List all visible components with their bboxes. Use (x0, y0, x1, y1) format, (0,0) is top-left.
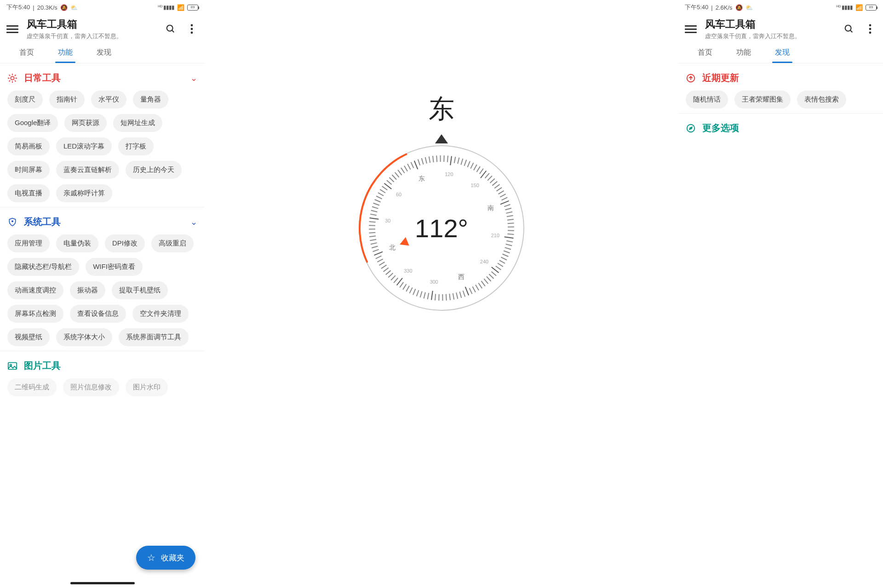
tool-chip[interactable]: 表情包搜索 (797, 91, 846, 108)
chevron-down-icon[interactable]: ⌄ (190, 217, 197, 227)
fab-label: 收藏夹 (161, 553, 184, 563)
tool-chip[interactable]: 屏幕坏点检测 (7, 305, 63, 323)
section-daily: 日常工具 ⌄ 刻度尺指南针水平仪量角器Google翻译网页获源短网址生成简易画板… (0, 63, 205, 207)
tool-chip[interactable]: 动画速度调控 (7, 281, 63, 299)
tool-chip[interactable]: 视频壁纸 (7, 328, 50, 346)
tool-chip[interactable]: 量角器 (133, 91, 168, 108)
phone-right: 下午5:40 | 2.6K/s 🔕 ⛅ ᴴᴰ ▮▮▮▮ 📶 89 风车工具箱 虚… (678, 0, 883, 588)
svg-point-4 (191, 32, 193, 34)
svg-line-13 (15, 75, 16, 75)
menu-icon[interactable] (685, 23, 697, 35)
tool-chip[interactable]: 打字板 (118, 137, 154, 155)
app-title: 风车工具箱 (705, 17, 834, 31)
tabs: 首页 功能 发现 (678, 43, 883, 63)
status-bar: 下午5:40 | 20.3K/s 🔕 ⛅ ᴴᴰ ▮▮▮▮ 📶 89 (0, 0, 205, 14)
svg-point-20 (869, 28, 872, 30)
sun-icon (7, 73, 17, 83)
tool-chip[interactable]: 时间屏幕 (7, 161, 50, 179)
wifi-icon: 📶 (855, 4, 863, 11)
tool-chip[interactable]: 照片信息修改 (63, 378, 119, 396)
svg-point-2 (191, 24, 193, 27)
tool-chip[interactable]: 水平仪 (91, 91, 126, 108)
svg-rect-15 (8, 362, 17, 369)
section-updates: 近期更新 随机情话王者荣耀图集表情包搜索 (678, 63, 883, 114)
tool-chip[interactable]: 王者荣耀图集 (734, 91, 791, 108)
svg-point-5 (11, 76, 14, 80)
tab-home[interactable]: 首页 (14, 43, 40, 63)
more-icon[interactable] (185, 23, 198, 35)
battery-icon: 89 (187, 5, 198, 11)
tab-discover[interactable]: 发现 (91, 43, 117, 63)
tool-chip[interactable]: DPI修改 (105, 234, 145, 252)
weather-icon: ⛅ (70, 4, 78, 11)
section-system-title: 系统工具 (24, 216, 61, 228)
section-image: 图片工具 二维码生成照片信息修改图片水印 (0, 351, 205, 401)
status-netspeed: 20.3K/s (37, 4, 57, 11)
chevron-down-icon[interactable]: ⌄ (190, 73, 197, 83)
weather-icon: ⛅ (745, 4, 753, 11)
more-icon[interactable] (864, 23, 877, 35)
cardinal-e: 东 (419, 175, 425, 183)
menu-icon[interactable] (6, 23, 18, 35)
tool-chip[interactable]: 短网址生成 (113, 114, 162, 132)
arrow-up-circle-icon (686, 73, 696, 83)
app-subtitle: 虚空落泉千仞直，雷奔入江不暂息。 (705, 32, 834, 40)
tool-chip[interactable]: 高级重启 (151, 234, 194, 252)
search-icon[interactable] (164, 23, 177, 35)
tool-chip[interactable]: 刻度尺 (7, 91, 43, 108)
home-indicator[interactable] (70, 582, 135, 584)
tool-chip[interactable]: 系统界面调节工具 (119, 328, 189, 346)
tool-chip[interactable]: Google翻译 (7, 114, 58, 132)
cardinal-n: 北 (389, 244, 396, 252)
tool-chip[interactable]: WIFI密码查看 (86, 258, 143, 276)
svg-point-21 (869, 32, 872, 34)
tool-chip[interactable]: 二维码生成 (7, 378, 57, 396)
svg-point-14 (12, 221, 13, 222)
tool-chip[interactable]: 蓝奏云直链解析 (56, 161, 119, 179)
tool-chip[interactable]: 简易画板 (7, 137, 50, 155)
mute-icon: 🔕 (60, 4, 68, 11)
tool-chip[interactable]: 提取手机壁纸 (112, 281, 168, 299)
image-icon (7, 361, 17, 371)
tool-chip[interactable]: 查看设备信息 (70, 305, 126, 323)
app-bar: 风车工具箱 虚空落泉千仞直，雷奔入江不暂息。 (678, 14, 883, 43)
tool-chip[interactable]: 历史上的今天 (126, 161, 182, 179)
tool-chip[interactable]: 图片水印 (126, 378, 168, 396)
section-daily-title: 日常工具 (24, 72, 61, 84)
tool-chip[interactable]: 应用管理 (7, 234, 50, 252)
tool-chip[interactable]: 系统字体大小 (56, 328, 112, 346)
tool-chip[interactable]: 亲戚称呼计算 (56, 184, 112, 202)
tab-home[interactable]: 首页 (692, 43, 718, 63)
search-icon[interactable] (843, 23, 855, 35)
phone-center: 东 北东南西3060120150210240300330 112° (205, 0, 678, 588)
compass-icon (686, 123, 696, 133)
section-updates-title: 近期更新 (702, 72, 739, 84)
compass-pointer-icon (435, 134, 448, 143)
app-bar: 风车工具箱 虚空落泉千仞直，雷奔入江不暂息。 (0, 14, 205, 43)
fab-favorites[interactable]: ☆ 收藏夹 (136, 546, 195, 570)
tool-chip[interactable]: 指南针 (49, 91, 85, 108)
tab-features[interactable]: 功能 (52, 43, 78, 63)
tool-chip[interactable]: LED滚动字幕 (56, 137, 112, 155)
status-time: 下午5:40 (6, 3, 30, 11)
shield-icon (7, 217, 17, 227)
wifi-icon: 📶 (177, 4, 184, 11)
compass[interactable]: 北东南西3060120150210240300330 112° (359, 145, 524, 311)
tool-chip[interactable]: 振动器 (70, 281, 105, 299)
phone-left: 下午5:40 | 20.3K/s 🔕 ⛅ ᴴᴰ ▮▮▮▮ 📶 89 风车工具箱 … (0, 0, 205, 588)
tool-chip[interactable]: 空文件夹清理 (132, 305, 189, 323)
tool-chip[interactable]: 网页获源 (64, 114, 107, 132)
tab-features[interactable]: 功能 (731, 43, 757, 63)
tool-chip[interactable]: 隐藏状态栏/导航栏 (7, 258, 79, 276)
tab-discover[interactable]: 发现 (769, 43, 795, 63)
svg-point-19 (869, 24, 872, 27)
tabs: 首页 功能 发现 (0, 43, 205, 63)
tool-chip[interactable]: 电量伪装 (56, 234, 98, 252)
tool-chip[interactable]: 随机情话 (686, 91, 728, 108)
svg-point-3 (191, 28, 193, 30)
section-system: 系统工具 ⌄ 应用管理电量伪装DPI修改高级重启隐藏状态栏/导航栏WIFI密码查… (0, 207, 205, 351)
app-title: 风车工具箱 (27, 17, 156, 31)
compass-direction: 东 (429, 92, 454, 127)
status-time: 下午5:40 (685, 3, 708, 11)
tool-chip[interactable]: 电视直播 (7, 184, 50, 202)
